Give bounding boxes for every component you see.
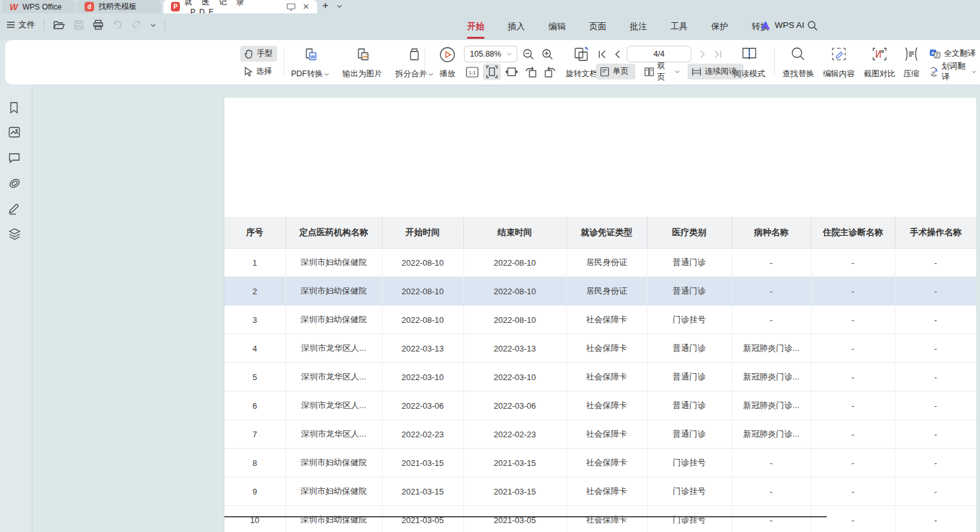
- table-header-cell: 医疗类别: [647, 217, 732, 249]
- read-mode-button[interactable]: 阅读模式: [730, 44, 769, 81]
- table-cell: 深圳市妇幼保健院: [285, 449, 382, 477]
- table-cell: 深圳市龙华区人...: [285, 420, 382, 449]
- table-cell: 新冠肺炎门诊...: [732, 363, 811, 392]
- full-translate-label: 全文翻译: [944, 48, 976, 59]
- table-cell: 8: [224, 449, 285, 477]
- table-bottom-border: [224, 516, 827, 517]
- menu-item-protect[interactable]: 保护: [710, 18, 730, 35]
- thumbnail-icon[interactable]: [8, 126, 22, 140]
- document-canvas[interactable]: 序号定点医药机构名称开始时间结束时间就诊凭证类型医疗类别病种名称住院主诊断名称手…: [32, 85, 980, 532]
- edit-content-button[interactable]: 编辑内容: [819, 44, 859, 81]
- tab-wps-office[interactable]: W WPS Office: [2, 0, 76, 13]
- rotate-document-label: 旋转文档: [566, 69, 597, 79]
- double-page-label: 双页: [657, 61, 672, 83]
- single-page-icon: [600, 67, 609, 77]
- menu-item-home[interactable]: 开始: [466, 18, 486, 35]
- pdf-convert-button[interactable]: W PDF转换: [286, 44, 334, 81]
- actual-size-button[interactable]: 1:1: [464, 64, 480, 80]
- select-tool-button[interactable]: 选择: [240, 64, 277, 79]
- find-replace-label: 查找替换: [782, 69, 814, 79]
- new-tab-button[interactable]: +: [322, 0, 329, 12]
- table-row: 7深圳市龙华区人...2022-02-232022-02-23社会保障卡普通门诊…: [224, 420, 976, 449]
- hand-tool-button[interactable]: 手型: [240, 46, 277, 62]
- page-number-input[interactable]: 4/4: [627, 46, 691, 62]
- table-cell: 2: [224, 277, 285, 306]
- tab-docer-template[interactable]: d 找稻壳模板: [77, 0, 161, 13]
- table-cell: 2022-08-10: [463, 249, 566, 277]
- table-cell: 深圳市妇幼保健院: [285, 506, 382, 532]
- compress-button[interactable]: 压缩: [897, 44, 925, 81]
- wps-ai-label: WPS AI: [775, 20, 805, 30]
- table-cell: -: [895, 277, 976, 306]
- table-cell: 社会保障卡: [566, 363, 647, 392]
- table-cell: 深圳市妇幼保健院: [285, 306, 382, 334]
- divider: [44, 19, 44, 31]
- search-icon[interactable]: [807, 20, 818, 31]
- table-cell: -: [732, 249, 811, 277]
- table-cell: 2021-03-15: [382, 449, 463, 477]
- table-cell: 2022-08-10: [382, 249, 463, 277]
- more-actions-chevron-icon[interactable]: [151, 19, 156, 31]
- rotate-right-button[interactable]: [541, 64, 558, 80]
- chevron-down-icon: [507, 51, 512, 57]
- table-cell: 2022-08-10: [463, 277, 566, 306]
- attachment-icon[interactable]: [8, 177, 22, 191]
- tab-list-chevron-icon[interactable]: [337, 3, 342, 10]
- file-menu-button[interactable]: 文件: [6, 19, 35, 31]
- table-cell: 7: [224, 420, 285, 449]
- last-page-button[interactable]: [711, 46, 725, 62]
- menu-tabs: 开始 插入 编辑 页面 批注 工具 保护 转换: [466, 13, 770, 40]
- wps-ai-button[interactable]: WPS AI: [760, 20, 805, 30]
- read-mode-label: 阅读模式: [733, 69, 765, 79]
- tab-document-pdf[interactable]: P 就 医 记 录 .PDF ✕: [163, 0, 317, 13]
- save-icon[interactable]: [74, 20, 84, 30]
- zoom-in-button[interactable]: [539, 46, 555, 62]
- one-to-one-text: 1:1: [468, 70, 476, 76]
- table-cell: 社会保障卡: [566, 420, 647, 449]
- word-translate-button[interactable]: 文A 划词翻译: [925, 64, 980, 79]
- redo-icon[interactable]: [132, 20, 142, 29]
- left-panel-sidebar: [0, 85, 32, 532]
- zoom-out-button[interactable]: [520, 46, 536, 62]
- table-header-cell: 病种名称: [732, 217, 811, 249]
- screenshot-compare-icon: [871, 46, 888, 62]
- menu-item-comment[interactable]: 批注: [629, 18, 648, 35]
- signature-pen-icon[interactable]: [8, 202, 22, 216]
- previous-page-button[interactable]: [610, 46, 624, 62]
- rotate-left-button[interactable]: [522, 64, 539, 80]
- screenshot-compare-button[interactable]: 截图对比: [859, 44, 900, 81]
- menu-item-edit[interactable]: 编辑: [547, 18, 567, 35]
- menu-item-page[interactable]: 页面: [588, 18, 608, 35]
- first-page-button[interactable]: [595, 46, 609, 62]
- export-image-button[interactable]: 输出为图片: [336, 44, 389, 81]
- table-row: 3深圳市妇幼保健院2022-08-102022-08-10社会保障卡门诊挂号--…: [224, 306, 976, 334]
- undo-icon[interactable]: [112, 20, 123, 29]
- print-icon[interactable]: [93, 20, 104, 30]
- wps-ai-logo-icon: [760, 20, 771, 30]
- table-cell: 门诊挂号: [647, 449, 732, 477]
- open-file-icon[interactable]: [53, 20, 65, 30]
- fit-width-button[interactable]: [483, 64, 501, 80]
- comment-icon[interactable]: [8, 153, 22, 167]
- bookmark-icon[interactable]: [8, 102, 22, 116]
- single-page-button[interactable]: 单页: [596, 64, 636, 79]
- table-cell: -: [811, 449, 895, 477]
- double-page-button[interactable]: 双页: [641, 64, 684, 79]
- fit-page-button[interactable]: [503, 64, 520, 80]
- pdf-page[interactable]: 序号定点医药机构名称开始时间结束时间就诊凭证类型医疗类别病种名称住院主诊断名称手…: [224, 98, 976, 532]
- find-replace-button[interactable]: 查找替换: [778, 44, 819, 81]
- table-cell: 2022-02-23: [382, 420, 463, 449]
- chevron-down-icon: [972, 69, 976, 74]
- full-text-translate-button[interactable]: A文 全文翻译: [925, 46, 979, 62]
- layers-icon[interactable]: [8, 228, 22, 242]
- screen-share-icon[interactable]: [287, 3, 296, 11]
- zoom-level-select[interactable]: 105.88%: [464, 46, 517, 62]
- table-cell: -: [732, 477, 811, 506]
- menu-item-tools[interactable]: 工具: [669, 18, 689, 35]
- next-page-button[interactable]: [695, 46, 709, 62]
- close-tab-icon[interactable]: ✕: [303, 2, 310, 11]
- wps-logo-icon: W: [10, 2, 18, 12]
- menu-item-insert[interactable]: 插入: [507, 18, 526, 35]
- divider: [165, 19, 165, 31]
- play-button[interactable]: 播放: [431, 44, 464, 81]
